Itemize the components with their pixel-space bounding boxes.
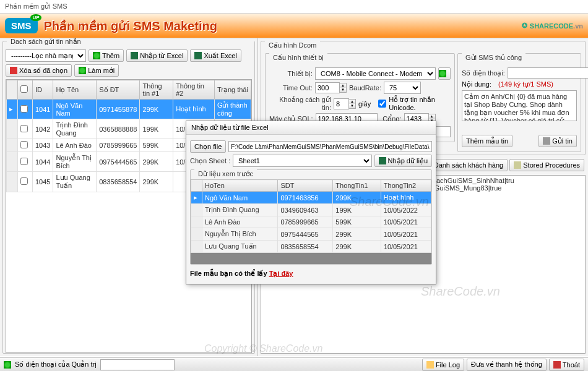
col-name[interactable]: Họ Tên — [53, 80, 97, 100]
table-row[interactable]: Nguyễn Thị Bích0975444565299K10/05/2021 — [191, 228, 431, 241]
banner-title: Phần mềm gửi SMS Maketing — [44, 19, 217, 33]
row-checkbox[interactable] — [20, 177, 28, 185]
send-sms-button[interactable]: Gửi tin — [538, 135, 577, 147]
col-rowheader — [7, 80, 18, 100]
table-row[interactable]: ▸1041Ngô Văn Nam0971455878299KHoạt hìnhG… — [7, 100, 251, 119]
cfg-group-title: Cấu hình Dcom — [265, 40, 320, 51]
row-checkbox[interactable] — [20, 158, 28, 165]
timeout-spinner[interactable]: ▲▼ — [340, 83, 347, 93]
window-titlebar: Phần mềm gửi SMS — [0, 0, 588, 14]
excel-icon — [131, 52, 138, 59]
preview-group-title: Dữ liệu xem trước — [194, 169, 257, 179]
excel-icon — [194, 52, 202, 59]
status-bar: Số điện thoại của Quản trị File Log Đưa … — [0, 357, 588, 371]
file-path-input[interactable] — [228, 141, 432, 152]
add-icon — [93, 52, 100, 59]
gap-spinner[interactable]: ▲▼ — [349, 99, 356, 109]
dialog-title: Nhập dữ liệu từ file Excel — [186, 121, 436, 135]
row-checkbox[interactable] — [20, 125, 28, 132]
database-icon — [514, 161, 521, 169]
pcol-name[interactable]: HoTen — [202, 180, 278, 192]
col-phone[interactable]: Số ĐT — [97, 80, 140, 100]
gap-input[interactable] — [334, 98, 349, 109]
stored-procs-button[interactable]: Stored Procedures — [509, 159, 584, 171]
window-title: Phần mềm gửi SMS — [5, 2, 67, 10]
list-toolbar: ---------Lọc nhà mạng--------- Thêm Nhập… — [3, 47, 254, 79]
excel-icon — [379, 157, 386, 164]
delete-selected-button[interactable]: Xóa số đã chọn — [6, 64, 72, 77]
sample-text: File mẫu bạn có thể lấy — [190, 270, 269, 277]
col-info1[interactable]: Thông tin #1 — [140, 80, 173, 100]
preview-grid[interactable]: HoTen SDT ThongTin1 ThongTin2 ▸Ngô Văn N… — [191, 179, 431, 253]
table-row[interactable]: ▸Ngô Văn Nam0971463856299KHoạt hình — [191, 192, 431, 204]
filelog-button[interactable]: File Log — [422, 359, 464, 371]
refresh-icon — [439, 70, 446, 77]
char-count: (149 ký tự/1 SMS) — [498, 80, 553, 88]
col-status[interactable]: Trạng thái — [214, 80, 251, 100]
timeout-label: Time Out: — [269, 84, 313, 92]
choose-file-button[interactable]: Chọn file — [190, 140, 226, 153]
import-excel-dialog: Nhập dữ liệu từ file Excel Chọn file Chọ… — [186, 121, 436, 284]
table-row[interactable]: Trịnh Đình Quang0349609463199K10/05/2022 — [191, 204, 431, 216]
filter-network-combo[interactable]: ---------Lọc nhà mạng--------- — [6, 49, 86, 62]
table-row[interactable]: Lê Anh Đào0785999665599K10/05/2021 — [191, 216, 431, 228]
status-icon — [4, 361, 11, 369]
baud-combo[interactable]: 75 — [384, 82, 421, 94]
sheet-label: Chọn Sheet : — [190, 157, 230, 165]
gap-unit: giây — [358, 100, 371, 108]
row-checkbox[interactable] — [20, 141, 28, 148]
device-label: Thiết bị: — [269, 70, 313, 78]
manual-group-title: Gửi SMS thủ công — [462, 53, 525, 63]
unicode-label: Hỗ trợ tin nhắn Unicode. — [389, 96, 451, 111]
table-row[interactable]: Lưu Quang Tuấn0835658554299K10/05/2021 — [191, 241, 431, 253]
pcol-t1[interactable]: ThongTin1 — [333, 180, 381, 192]
col-info2[interactable]: Thông tin #2 — [173, 80, 215, 100]
phone-label: Số điện thoại: — [462, 69, 505, 77]
baud-label: BaudRate: — [349, 84, 381, 92]
sharecode-logo: ✪ SHARECODE.vn — [522, 22, 583, 30]
sheet-combo[interactable]: Sheet1 — [233, 155, 371, 167]
exit-button[interactable]: Thoát — [549, 359, 584, 371]
device-group-title: Cấu hình thiết bị — [269, 53, 327, 63]
refresh-icon — [79, 67, 86, 74]
add-button[interactable]: Thêm — [89, 49, 124, 62]
content-textarea[interactable]: Cảm ơn Anh/Chị {0} đã mua hàng tại Shop … — [462, 90, 577, 121]
pcol-phone[interactable]: SDT — [278, 180, 333, 192]
row-checkbox[interactable] — [20, 105, 28, 113]
device-combo[interactable]: COM8 - Mobile Connect - Modem — [315, 67, 436, 80]
admin-phone-input[interactable] — [100, 359, 175, 370]
import-data-button[interactable]: Nhập dữ liệu — [374, 155, 432, 167]
unicode-checkbox[interactable] — [378, 100, 386, 108]
pcol-t2[interactable]: ThongTin2 — [381, 180, 431, 192]
banner: SMS Phần mềm gửi SMS Maketing ✪ SHARECOD… — [0, 14, 588, 38]
add-template-button[interactable]: Thêm mẫu tin — [462, 135, 512, 147]
content-label: Nội dung: — [462, 80, 491, 88]
sms-logo: SMS — [5, 18, 38, 33]
timeout-input[interactable] — [315, 82, 340, 93]
mail-icon — [543, 137, 550, 145]
export-excel-button[interactable]: Xuất Excel — [190, 49, 241, 62]
gap-label: Khoảng cách gửi tin: — [269, 96, 331, 111]
device-refresh-button[interactable] — [438, 67, 451, 80]
delete-icon — [10, 67, 17, 74]
admin-phone-label: Số điện thoại của Quản trị — [15, 360, 97, 369]
col-check[interactable] — [18, 80, 33, 100]
minimize-tray-button[interactable]: Đưa về thanh hệ thống — [467, 359, 547, 371]
file-icon — [426, 361, 434, 369]
refresh-button[interactable]: Làm mới — [74, 64, 119, 77]
exit-icon — [553, 361, 561, 369]
import-excel-button[interactable]: Nhập từ Excel — [126, 49, 188, 62]
phone-input[interactable] — [508, 67, 588, 79]
col-id[interactable]: ID — [33, 80, 53, 100]
sample-link[interactable]: Tại đây — [269, 270, 293, 277]
